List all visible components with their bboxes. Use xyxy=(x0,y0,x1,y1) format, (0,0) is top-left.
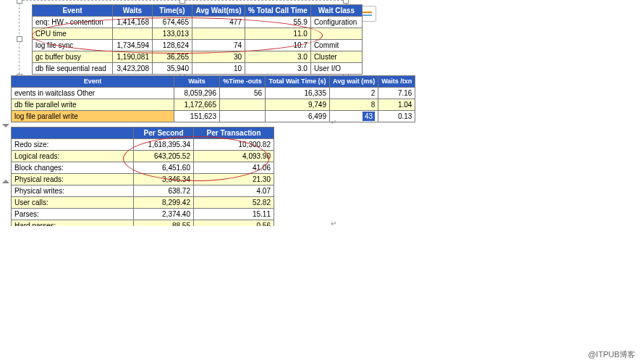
cell: 11.0 xyxy=(245,28,311,40)
cell: 41.06 xyxy=(194,162,274,174)
header-row: Event Waits %Time -outs Total Wait Time … xyxy=(12,76,415,88)
header-row: Event Waits Time(s) Avg Wait(ms) % Total… xyxy=(33,5,363,17)
cell: enq: HW - contention xyxy=(33,17,113,28)
cell: 643,205.52 xyxy=(134,151,194,162)
col: %Time -outs xyxy=(220,76,266,88)
cell: Logical reads: xyxy=(12,151,134,162)
table-row: events in waitclass Other 8,059,296 56 1… xyxy=(12,88,415,99)
cell: Physical writes: xyxy=(12,185,134,197)
cell: 1,190,081 xyxy=(113,51,153,63)
cell: log file sync xyxy=(33,40,113,51)
col-class: Wait Class xyxy=(310,5,362,17)
table-row: Redo size:1,618,395.3410,300.82 xyxy=(12,139,274,151)
return-marker-icon: ↵ xyxy=(331,118,336,126)
cell: 15.11 xyxy=(194,209,274,220)
col: Event xyxy=(12,76,174,88)
cell: 1,172,665 xyxy=(174,99,220,111)
cell: 2 xyxy=(330,88,378,99)
cell: 30 xyxy=(192,51,245,63)
handle[interactable] xyxy=(179,0,185,4)
cell: 56 xyxy=(220,88,266,99)
handle[interactable] xyxy=(17,36,22,42)
col: Per Second xyxy=(134,128,194,139)
cell: 477 xyxy=(192,17,245,28)
cell: Commit xyxy=(310,40,362,51)
col: Waits /txn xyxy=(378,76,415,88)
cell: 1,618,395.34 xyxy=(134,139,194,151)
table-row-highlight: log file parallel write 151,623 6,499 43… xyxy=(12,111,415,122)
cell: 3.0 xyxy=(245,51,311,63)
cell: 3,423,208 xyxy=(113,63,153,75)
cell: 3,346.34 xyxy=(134,174,194,185)
triangle-marker-icon xyxy=(2,180,9,183)
cell: 674,465 xyxy=(153,17,192,28)
col xyxy=(12,128,134,139)
cell: 9,749 xyxy=(266,99,330,111)
cell: log file parallel write xyxy=(12,111,174,122)
table-row: CPU time 133,013 11.0 xyxy=(33,28,363,40)
table-row: Logical reads:643,205.524,093.90 xyxy=(12,151,274,162)
cell: 6,451.60 xyxy=(134,162,194,174)
cell: 55.9 xyxy=(245,17,311,28)
cell: Parses: xyxy=(12,209,134,220)
cell: 1.04 xyxy=(378,99,415,111)
table-row: Parses:2,374.4015.11 xyxy=(12,209,274,220)
cell: 7.16 xyxy=(378,88,415,99)
cell: User I/O xyxy=(310,63,362,75)
handle[interactable] xyxy=(17,0,22,4)
cell: 35,940 xyxy=(153,63,192,75)
cell xyxy=(113,28,153,40)
cell: db file sequential read xyxy=(33,63,113,75)
table-row: db file sequential read 3,423,208 35,940… xyxy=(33,63,363,75)
col-event: Event xyxy=(33,5,113,17)
cell: 4.07 xyxy=(194,185,274,197)
col-time: Time(s) xyxy=(153,5,192,17)
table-row: Physical writes:638.724.07 xyxy=(12,185,274,197)
cell: Cluster xyxy=(310,51,362,63)
cell xyxy=(220,111,266,122)
cell: 1,734,594 xyxy=(113,40,153,51)
cell: 52.82 xyxy=(194,197,274,209)
handle[interactable] xyxy=(343,0,349,4)
cell: CPU time xyxy=(33,28,113,40)
cell: 638.72 xyxy=(134,185,194,197)
triangle-marker-icon xyxy=(2,124,9,128)
cell: gc buffer busy xyxy=(33,51,113,63)
col: Per Transaction xyxy=(194,128,274,139)
table-row: User calls:8,299.4252.82 xyxy=(12,197,274,209)
cell: 0.13 xyxy=(378,111,415,122)
crop-mask xyxy=(0,226,340,363)
per-second-table: Per Second Per Transaction Redo size:1,6… xyxy=(11,127,274,232)
col: Total Wait Time (s) xyxy=(266,76,330,88)
cell: 8,059,296 xyxy=(174,88,220,99)
cell: 74 xyxy=(192,40,245,51)
cell: 2,374.40 xyxy=(134,209,194,220)
cell xyxy=(310,28,362,40)
cell: 43 xyxy=(330,111,378,122)
cell: 21.30 xyxy=(194,174,274,185)
cell: Redo size: xyxy=(12,139,134,151)
table-row: gc buffer busy 1,190,081 36,265 30 3.0 C… xyxy=(33,51,363,63)
cell: Block changes: xyxy=(12,162,134,174)
cell xyxy=(192,28,245,40)
table-row: Block changes:6,451.6041.06 xyxy=(12,162,274,174)
cell: 10 xyxy=(192,63,245,75)
cell: 151,623 xyxy=(174,111,220,122)
col: Waits xyxy=(174,76,220,88)
wait-events-extended-table: Event Waits %Time -outs Total Wait Time … xyxy=(11,75,415,122)
cell: 10.7 xyxy=(245,40,311,51)
watermark: @ITPUB博客 xyxy=(588,349,635,360)
cell: 36,265 xyxy=(153,51,192,63)
col-waits: Waits xyxy=(113,5,153,17)
cell: 8 xyxy=(330,99,378,111)
col-avgwait: Avg Wait(ms) xyxy=(192,5,245,17)
highlight-box: 43 xyxy=(363,112,375,121)
table-row: db file parallel write 1,172,665 9,749 8… xyxy=(12,99,415,111)
cell: 10,300.82 xyxy=(194,139,274,151)
cell: User calls: xyxy=(12,197,134,209)
cell: Physical reads: xyxy=(12,174,134,185)
cell: events in waitclass Other xyxy=(12,88,174,99)
header-row: Per Second Per Transaction xyxy=(12,128,274,139)
wait-events-table: Event Waits Time(s) Avg Wait(ms) % Total… xyxy=(32,4,363,75)
cell xyxy=(220,99,266,111)
